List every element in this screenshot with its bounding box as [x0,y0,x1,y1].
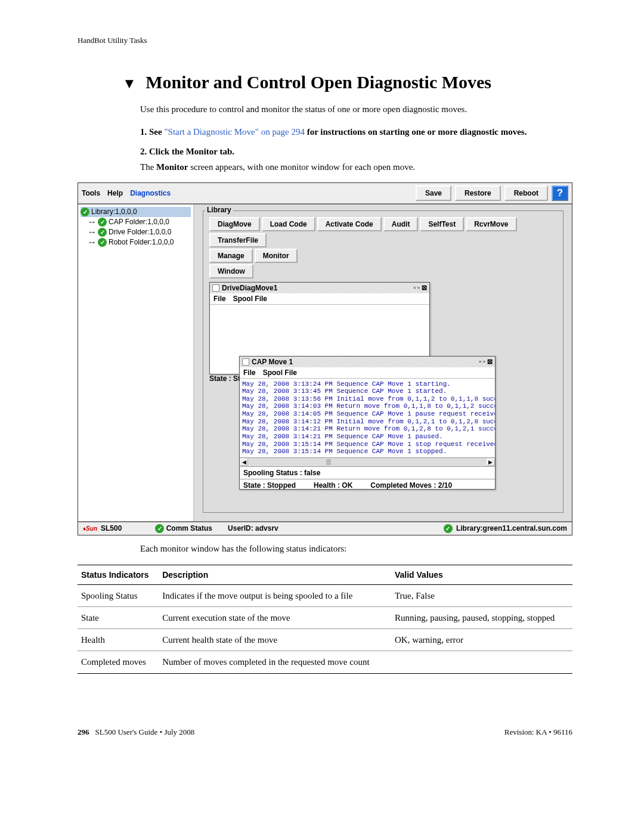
expand-icon[interactable]: ⊶ [89,229,95,236]
section-header: HandBot Utility Tasks [78,36,572,45]
check-icon: ✓ [80,208,89,216]
tree-root[interactable]: ✓ Library:1,0,0,0 [80,207,191,217]
log-output: May 28, 2008 3:13:24 PM Sequence CAP Mov… [240,379,495,457]
win-menu-spoolfile[interactable]: Spool File [263,368,297,377]
tab-activatecode[interactable]: Activate Code [317,217,382,231]
win-menu-file[interactable]: File [213,295,226,303]
check-icon: ✓ [444,524,453,533]
tab-audit[interactable]: Audit [383,217,419,231]
sun-logo-icon: ♦Sun [83,525,97,532]
triangle-down-icon: ▼ [122,76,137,91]
window-icon [242,358,249,366]
reboot-button[interactable]: Reboot [504,185,548,201]
app-footer: ♦Sun SL500 ✓ Comm Status UserID: advsrv … [78,521,572,535]
step-2: 2. Click the Monitor tab. The Monitor sc… [140,145,572,174]
check-icon: ✓ [98,238,107,247]
menubar: Tools Help Diagnostics Save Restore Rebo… [78,183,572,203]
maximize-icon[interactable]: ▫ [483,358,485,366]
page-title: ▼ Monitor and Control Open Diagnostic Mo… [122,72,572,92]
table-row: Completed movesNumber of moves completed… [78,651,572,673]
close-icon[interactable]: ⊠ [487,358,493,366]
expand-icon[interactable]: ⊶ [89,239,95,246]
expand-icon[interactable]: ⊶ [89,219,95,225]
tab-loadcode[interactable]: Load Code [262,217,315,231]
step-1: 1. See "Start a Diagnostic Move" on page… [140,125,572,139]
col-status: Status Indicators [78,565,159,584]
tab-selftest[interactable]: SelfTest [420,217,464,231]
check-icon: ✓ [98,218,107,227]
page-footer: 296 SL500 User's Guide • July 2008 Revis… [78,727,572,737]
win-menu-spoolfile[interactable]: Spool File [233,295,267,303]
restore-button[interactable]: Restore [455,185,501,201]
window-icon [212,284,219,292]
menu-tools[interactable]: Tools [82,189,100,197]
help-icon[interactable]: ? [552,185,568,201]
win-menu-file[interactable]: File [243,368,256,377]
minimize-icon[interactable]: ▫ [413,284,416,292]
col-values: Valid Values [391,565,572,584]
tree-item[interactable]: ⊶✓Drive Folder:1,0,0,0 [89,227,191,237]
after-text: Each monitor window has the following st… [140,544,572,554]
status-indicators-table: Status Indicators Description Valid Valu… [78,565,572,674]
col-desc: Description [159,565,391,584]
close-icon[interactable]: ⊠ [422,284,427,292]
table-row: HealthCurrent health state of the moveOK… [78,629,572,651]
check-icon: ✓ [98,228,107,237]
tab-monitor[interactable]: Monitor [255,249,298,263]
scroll-right-icon[interactable]: ▶ [487,459,495,466]
save-button[interactable]: Save [416,185,451,201]
h-scrollbar[interactable]: ◀ ▶ [240,457,495,466]
win-status-row: State : Stopped Health : OK Completed Mo… [240,479,495,491]
tree-item[interactable]: ⊶✓Robot Folder:1,0,0,0 [89,237,191,247]
menu-diagnostics[interactable]: Diagnostics [130,189,171,197]
scroll-thumb[interactable] [326,459,331,465]
tab-diagmove[interactable]: DiagMove [209,217,260,231]
tab-manage[interactable]: Manage [209,249,253,263]
group-label: Library [205,206,233,214]
main-panel: Library DiagMove Load Code Activate Code… [194,205,572,521]
scroll-left-icon[interactable]: ◀ [240,459,248,466]
tree-item[interactable]: ⊶✓CAP Folder:1,0,0,0 [89,217,191,227]
tree-panel: ✓ Library:1,0,0,0 ⊶✓CAP Folder:1,0,0,0 ⊶… [78,205,194,521]
minimize-icon[interactable]: ▫ [479,358,481,366]
tab-transferfile[interactable]: TransferFile [209,233,267,247]
table-row: Spooling StatusIndicates if the move out… [78,584,572,606]
intro-text: Use this procedure to control and monito… [140,103,572,116]
window-capmove1: CAP Move 1 ▫ ▫ ⊠ File Spool File [239,356,496,490]
table-row: StateCurrent execution state of the move… [78,606,572,628]
check-icon: ✓ [155,524,164,533]
app-screenshot: Tools Help Diagnostics Save Restore Rebo… [78,182,572,535]
tab-window[interactable]: Window [209,264,253,278]
link-start-diag[interactable]: "Start a Diagnostic Move" on page 294 [164,127,305,137]
maximize-icon[interactable]: ▫ [417,284,420,292]
tab-rcvrmove[interactable]: RcvrMove [466,217,516,231]
menu-help[interactable]: Help [107,189,123,197]
win-status-spool: Spooling Status : false [240,466,495,479]
